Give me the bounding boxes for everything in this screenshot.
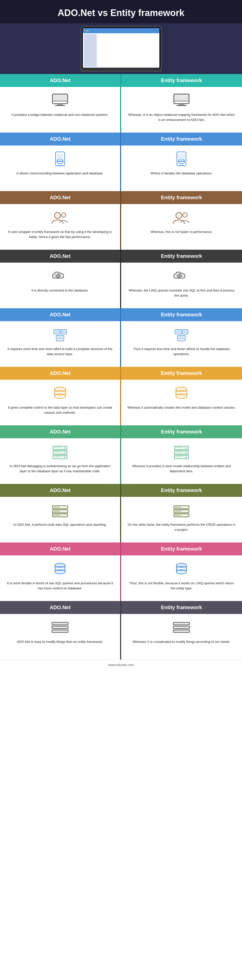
right-text-9: Thus, this is not flexible, because it w… [127, 581, 236, 591]
section-header-4: ADO.NetEntity framework [0, 250, 242, 262]
section-header-right-3: Entity framework [121, 191, 242, 204]
svg-rect-149 [174, 630, 189, 632]
section-header-left-4: ADO.Net [0, 250, 121, 262]
section-8: ADO.NetEntity framework In ADO.Net, it p… [0, 484, 242, 542]
section-header-right-4: Entity framework [121, 250, 242, 262]
svg-rect-145 [174, 622, 189, 625]
section-header-8: ADO.NetEntity framework [0, 484, 242, 497]
left-text-7: In ADO.Net debugging is embarrassing as … [6, 464, 114, 474]
right-icon-2 [171, 151, 191, 168]
ado-label-10: ADO.Net [50, 605, 70, 611]
content-row-2: It allows communicating between applicat… [0, 145, 242, 191]
section-7: ADO.NetEntity framework In ADO.Net debug… [0, 425, 242, 484]
svg-rect-2 [57, 104, 63, 105]
svg-rect-62 [179, 337, 184, 337]
left-icon-4 [50, 268, 70, 285]
content-right-10: Whereas, it is complicated to modify thi… [121, 614, 242, 660]
content-left-7: In ADO.Net debugging is embarrassing as … [0, 438, 121, 484]
content-left-4: It is directly connected to the database… [0, 262, 121, 308]
section-header-left-3: ADO.Net [0, 191, 121, 204]
content-row-8: In ADO.Net, it performs bulk data SQL op… [0, 497, 242, 542]
ef-label-10: Entity framework [161, 605, 202, 611]
right-icon-4 [171, 268, 191, 285]
ef-label-2: Entity framework [161, 136, 202, 142]
svg-rect-6 [174, 94, 189, 101]
section-header-10: ADO.NetEntity framework [0, 601, 242, 614]
right-icon-7 [171, 443, 191, 461]
left-text-9: It is more flexible in terms of raw SQL … [6, 581, 114, 591]
section-header-right-8: Entity framework [121, 484, 242, 497]
footer-url: www.educba.com [108, 663, 134, 667]
content-right-5: Thus it requires less time and fewer eff… [121, 321, 242, 367]
svg-point-129 [55, 566, 65, 571]
right-text-10: Whereas, it is complicated to modify thi… [132, 639, 230, 644]
svg-rect-3 [55, 105, 65, 106]
ef-label-7: Entity framework [161, 429, 202, 435]
left-icon-9 [50, 560, 70, 578]
svg-rect-91 [54, 456, 62, 457]
svg-point-35 [183, 213, 187, 217]
svg-point-98 [185, 452, 187, 453]
svg-rect-109 [54, 511, 60, 512]
content-row-6: It gives complete control to the data la… [0, 380, 242, 425]
right-icon-8 [171, 502, 191, 520]
content-left-1: It provides a bridge between relational … [0, 87, 121, 132]
content-right-4: Whereas, the LINQ queries translate into… [121, 262, 242, 308]
section-header-right-1: Entity framework [121, 74, 242, 87]
svg-rect-112 [54, 515, 60, 516]
svg-rect-47 [62, 332, 66, 332]
right-text-6: Whereas it automatically creates the mod… [127, 405, 236, 410]
svg-rect-7 [178, 104, 185, 105]
ef-label-6: Entity framework [161, 370, 202, 376]
svg-point-71 [54, 390, 65, 395]
left-text-8: In ADO.Net, it performs bulk data SQL op… [13, 522, 107, 527]
ef-label-8: Entity framework [161, 487, 202, 493]
svg-rect-118 [175, 511, 181, 512]
svg-point-137 [177, 566, 186, 571]
svg-rect-99 [175, 452, 183, 452]
svg-rect-51 [57, 338, 63, 339]
svg-rect-121 [175, 515, 181, 516]
svg-rect-141 [52, 626, 68, 628]
content-row-5: It requires more time and more effort to… [0, 321, 242, 367]
svg-rect-21 [178, 154, 185, 158]
section-header-left-5: ADO.Net [0, 308, 121, 321]
left-icon-7 [50, 443, 70, 461]
section-header-left-6: ADO.Net [0, 367, 121, 380]
content-right-9: Thus, this is not flexible, because it w… [121, 555, 242, 601]
svg-rect-55 [176, 332, 181, 332]
svg-rect-46 [62, 331, 66, 331]
content-left-10: ADO.Net is easy to modify things than an… [0, 614, 121, 660]
right-text-8: On the other hand, the entity framework … [127, 522, 236, 532]
section-2: ADO.NetEntity framework It allows commun… [0, 132, 242, 191]
section-header-right-5: Entity framework [121, 308, 242, 321]
hero-image [0, 23, 242, 74]
section-header-5: ADO.NetEntity framework [0, 308, 242, 321]
svg-rect-106 [54, 507, 60, 508]
section-header-left-1: ADO.Net [0, 74, 121, 87]
right-text-3: Whereas, this is not faster in performan… [151, 229, 212, 234]
svg-point-90 [64, 456, 65, 458]
ado-label-4: ADO.Net [50, 253, 70, 259]
right-text-7: Whereas it provides a clear model relati… [127, 464, 236, 474]
content-left-3: It uses wrapper of entity framework so t… [0, 204, 121, 250]
content-left-9: It is more flexible in terms of raw SQL … [0, 555, 121, 601]
ef-label-3: Entity framework [161, 195, 202, 200]
section-header-left-9: ADO.Net [0, 542, 121, 555]
svg-point-27 [178, 161, 185, 164]
left-icon-6 [50, 385, 70, 402]
section-header-left-8: ADO.Net [0, 484, 121, 497]
section-header-right-6: Entity framework [121, 367, 242, 380]
svg-point-29 [54, 212, 61, 218]
ado-label-3: ADO.Net [50, 195, 70, 200]
section-header-left-2: ADO.Net [0, 132, 121, 145]
svg-rect-50 [57, 337, 63, 337]
section-header-right-9: Entity framework [121, 542, 242, 555]
left-text-1: It provides a bridge between relational … [12, 112, 108, 118]
left-icon-8 [50, 502, 70, 520]
svg-point-94 [185, 447, 187, 449]
page-footer: www.educba.com [0, 660, 242, 670]
ef-label-9: Entity framework [161, 546, 202, 552]
left-text-2: It allows communicating between applicat… [16, 171, 103, 176]
svg-point-86 [64, 452, 65, 453]
